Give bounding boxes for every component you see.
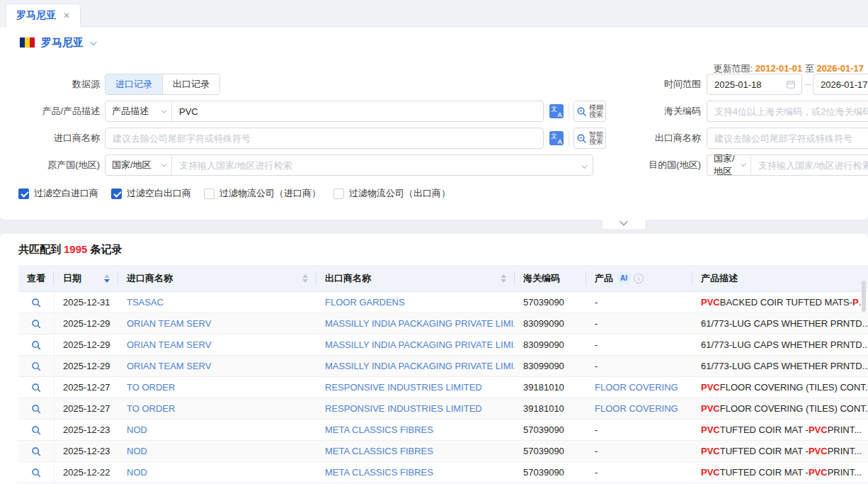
origin-type-value: 国家/地区 bbox=[112, 159, 152, 171]
view-record-button[interactable] bbox=[18, 334, 55, 355]
view-record-button[interactable] bbox=[18, 462, 55, 483]
exporter-name-input[interactable] bbox=[707, 128, 868, 149]
exporter-link[interactable]: MASSILLY INDIA PACKAGING PRIVATE LIMI... bbox=[325, 339, 515, 350]
importer-link[interactable]: ORIAN TEAM SERV bbox=[127, 318, 211, 329]
origin-country-label: 原产国(地区) bbox=[0, 154, 100, 176]
hs-code-cell: 83099090 bbox=[515, 313, 586, 334]
view-record-button[interactable] bbox=[18, 356, 55, 376]
importer-link[interactable]: NOD bbox=[127, 424, 147, 435]
exporter-link[interactable]: FLOOR GARDENS bbox=[325, 297, 405, 308]
chevron-down-icon bbox=[90, 38, 97, 45]
checkbox-filter-logistics-exporter[interactable]: 过滤物流公司（出口商） bbox=[333, 187, 450, 200]
view-record-button[interactable] bbox=[18, 313, 55, 334]
description-cell: PVC FLOOR COVERING (TILES) CONT... bbox=[692, 377, 868, 398]
collapse-panel-toggle[interactable] bbox=[603, 220, 645, 229]
date-range-dash: – bbox=[804, 74, 812, 95]
product-cell: - bbox=[586, 420, 692, 440]
exporter-cell: MASSILLY INDIA PACKAGING PRIVATE LIMI... bbox=[316, 334, 515, 355]
export-records-tab[interactable]: 出口记录 bbox=[162, 74, 219, 94]
table-row: 2025-12-22NODMETA CLASSICS FIBRES5703909… bbox=[18, 462, 868, 483]
product-link[interactable]: FLOOR COVERING bbox=[595, 403, 678, 414]
product-cell: - bbox=[586, 462, 692, 483]
exporter-link[interactable]: MASSILLY INDIA PACKAGING PRIVATE LIMI... bbox=[325, 361, 515, 371]
checkbox-label: 过滤空白进口商 bbox=[34, 187, 98, 200]
import-records-tab[interactable]: 进口记录 bbox=[105, 74, 162, 94]
view-record-icon[interactable] bbox=[31, 340, 41, 350]
importer-cell: ORIAN TEAM SERV bbox=[118, 313, 316, 334]
destination-country-input[interactable] bbox=[751, 155, 868, 175]
sort-date-control[interactable] bbox=[98, 274, 110, 283]
header-importer[interactable]: 进口商名称 bbox=[118, 265, 316, 291]
checkbox-filter-blank-exporter[interactable]: 过滤空白出口商 bbox=[111, 187, 191, 200]
match-count: 1995 bbox=[61, 243, 90, 255]
checkbox-label: 过滤物流公司（进口商） bbox=[219, 187, 321, 200]
view-record-button[interactable] bbox=[18, 398, 55, 419]
hs-code-input[interactable] bbox=[707, 101, 868, 122]
exporter-link[interactable]: META CLASSICS FIBRES bbox=[325, 467, 433, 478]
origin-country-input[interactable] bbox=[172, 155, 581, 175]
importer-link[interactable]: NOD bbox=[127, 467, 147, 478]
exporter-cell: META CLASSICS FIBRES bbox=[316, 462, 515, 483]
view-record-icon[interactable] bbox=[31, 361, 41, 371]
origin-type-select[interactable]: 国家/地区 bbox=[105, 155, 172, 175]
header-date[interactable]: 日期 bbox=[55, 265, 118, 291]
view-record-icon[interactable] bbox=[31, 383, 41, 393]
importer-name-input[interactable] bbox=[105, 128, 544, 149]
product-type-select[interactable]: 产品描述 bbox=[105, 101, 172, 121]
exporter-cell: META CLASSICS FIBRES bbox=[316, 441, 515, 461]
product-link[interactable]: FLOOR COVERING bbox=[595, 382, 678, 393]
product-cell: - bbox=[586, 292, 692, 313]
importer-cell: ORIAN TEAM SERV bbox=[118, 334, 316, 355]
header-exporter[interactable]: 出口商名称 bbox=[316, 265, 515, 291]
checkbox-filter-logistics-importer[interactable]: 过滤物流公司（进口商） bbox=[204, 187, 321, 200]
importer-cell: NOD bbox=[118, 441, 316, 461]
view-record-icon[interactable] bbox=[31, 468, 41, 478]
view-record-button[interactable] bbox=[18, 377, 55, 398]
hs-code-label: 海关编码 bbox=[599, 101, 701, 122]
translate-icon[interactable]: 文A bbox=[549, 131, 564, 145]
close-icon[interactable]: ✕ bbox=[63, 11, 70, 20]
view-record-button[interactable] bbox=[18, 441, 55, 461]
filter-checkbox-row: 过滤空白进口商 过滤空白出口商 过滤物流公司（进口商） 过滤物流公司（出口商） bbox=[18, 187, 450, 200]
time-range-start-input[interactable]: 2025-01-18 bbox=[707, 74, 802, 95]
importer-link[interactable]: NOD bbox=[127, 446, 147, 456]
view-record-icon[interactable] bbox=[31, 425, 41, 435]
date-cell: 2025-12-23 bbox=[55, 420, 118, 440]
time-range-end-input[interactable]: 2026-01-17 bbox=[813, 74, 868, 95]
view-record-icon[interactable] bbox=[31, 404, 41, 414]
checkbox-filter-blank-importer[interactable]: 过滤空白进口商 bbox=[18, 187, 98, 200]
importer-link[interactable]: TO ORDER bbox=[127, 382, 175, 393]
importer-link[interactable]: ORIAN TEAM SERV bbox=[127, 339, 211, 350]
view-record-button[interactable] bbox=[18, 420, 55, 440]
view-record-icon[interactable] bbox=[31, 298, 41, 308]
sort-importer-control[interactable] bbox=[297, 274, 308, 283]
destination-type-select[interactable]: 国家/地区 bbox=[707, 155, 751, 175]
exporter-link[interactable]: RESPONSIVE INDUSTRIES LIMITED bbox=[325, 382, 482, 393]
results-summary: 共匹配到1995条记录 bbox=[18, 243, 122, 257]
importer-link[interactable]: TSASAC bbox=[127, 297, 164, 308]
time-range-label: 时间范围 bbox=[599, 74, 701, 95]
divider bbox=[569, 103, 569, 119]
info-icon[interactable]: i bbox=[634, 274, 644, 283]
view-record-icon[interactable] bbox=[31, 446, 41, 456]
exporter-link[interactable]: RESPONSIVE INDUSTRIES LIMITED bbox=[325, 403, 482, 414]
exporter-link[interactable]: META CLASSICS FIBRES bbox=[325, 424, 433, 435]
importer-link[interactable]: TO ORDER bbox=[127, 403, 175, 414]
exporter-cell: MASSILLY INDIA PACKAGING PRIVATE LIMI... bbox=[316, 356, 515, 376]
product-cell: - bbox=[586, 356, 692, 376]
exporter-link[interactable]: MASSILLY INDIA PACKAGING PRIVATE LIMI... bbox=[325, 318, 515, 329]
country-selector[interactable]: 罗马尼亚 bbox=[20, 35, 95, 50]
product-search-input[interactable] bbox=[172, 101, 543, 121]
table-header: 查看 日期 进口商名称 出口商名称 海关编码 产品 AI i 产品描述 bbox=[18, 265, 868, 292]
importer-link[interactable]: ORIAN TEAM SERV bbox=[127, 361, 211, 371]
translate-icon[interactable]: 文A bbox=[549, 104, 564, 118]
view-record-button[interactable] bbox=[18, 292, 55, 313]
sort-exporter-control[interactable] bbox=[495, 274, 506, 283]
description-cell: 61/773-LUG CAPS WHETHER PRNTD... bbox=[692, 313, 868, 334]
exporter-label: 出口商名称 bbox=[599, 128, 701, 149]
table-row: 2025-12-29ORIAN TEAM SERVMASSILLY INDIA … bbox=[18, 313, 868, 334]
vertical-scrollbar[interactable] bbox=[862, 281, 866, 312]
tab-romania[interactable]: 罗马尼亚 ✕ bbox=[6, 4, 81, 27]
exporter-link[interactable]: META CLASSICS FIBRES bbox=[325, 446, 433, 456]
view-record-icon[interactable] bbox=[31, 319, 41, 329]
